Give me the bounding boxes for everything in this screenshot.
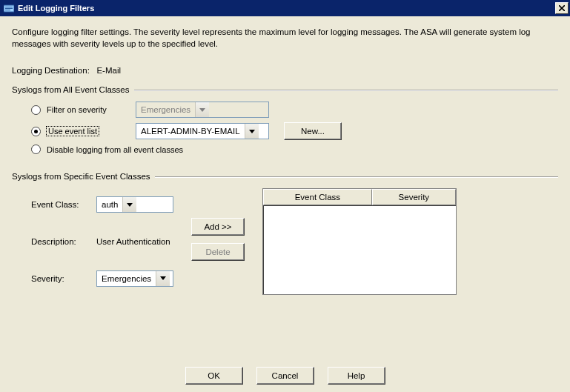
specific-area: Event Class: auth Description: User Auth… — [31, 188, 558, 295]
new-event-list-button[interactable]: New... — [284, 122, 342, 140]
destination-value: E-Mail — [96, 66, 121, 75]
ok-button[interactable]: OK — [185, 367, 243, 385]
destination-label: Logging Destination: — [12, 66, 90, 75]
dropdown-event-class-value: auth — [97, 197, 122, 212]
chevron-down-icon — [156, 271, 170, 286]
help-button[interactable]: Help — [328, 367, 385, 385]
label-use-event-list[interactable]: Use event list — [47, 127, 136, 136]
group-separator — [155, 176, 558, 178]
chevron-down-icon — [245, 124, 259, 139]
row-filter-on-severity: Filter on severity Emergencies — [31, 102, 558, 118]
value-description: User Authentication — [96, 237, 173, 246]
dialog-body: Configure logging filter settings. The s… — [0, 16, 570, 392]
cancel-button[interactable]: Cancel — [256, 367, 314, 385]
event-class-table: Event Class Severity — [262, 188, 457, 295]
dropdown-event-class[interactable]: auth — [96, 196, 173, 213]
column-event-class[interactable]: Event Class — [263, 189, 372, 205]
dropdown-specific-severity-value: Emergencies — [97, 271, 156, 286]
dropdown-event-list[interactable]: ALERT-ADMIN-BY-EMAIL — [136, 123, 269, 139]
group-all-event-classes: Syslogs from All Event Classes Filter on… — [12, 85, 558, 159]
group-separator — [134, 90, 558, 91]
app-icon — [3, 2, 15, 14]
footer-buttons: OK Cancel Help — [12, 353, 558, 385]
close-button[interactable] — [555, 2, 569, 14]
dropdown-event-list-value: ALERT-ADMIN-BY-EMAIL — [136, 124, 245, 139]
dropdown-severity[interactable]: Emergencies — [136, 102, 269, 118]
dropdown-severity-value: Emergencies — [136, 102, 195, 117]
radio-filter-on-severity[interactable] — [31, 105, 41, 115]
label-disable-logging[interactable]: Disable logging from all event classes — [47, 145, 183, 154]
row-use-event-list: Use event list ALERT-ADMIN-BY-EMAIL New.… — [31, 122, 558, 140]
row-disable-logging: Disable logging from all event classes — [31, 144, 558, 154]
radio-use-event-list[interactable] — [31, 127, 41, 136]
specific-left-panel: Event Class: auth Description: User Auth… — [31, 188, 173, 295]
chevron-down-icon — [122, 197, 136, 212]
label-filter-on-severity[interactable]: Filter on severity — [47, 105, 136, 114]
svg-rect-1 — [5, 7, 13, 7]
radio-disable-logging[interactable] — [31, 144, 41, 154]
table-header: Event Class Severity — [262, 188, 457, 205]
group-specific-event-classes: Syslogs from Specific Event Classes Even… — [12, 172, 558, 295]
group-heading-all-label: Syslogs from All Event Classes — [12, 85, 130, 94]
group-heading-all: Syslogs from All Event Classes — [12, 85, 558, 94]
titlebar: Edit Logging Filters — [0, 0, 570, 16]
chevron-down-icon — [195, 102, 209, 117]
group-heading-specific-label: Syslogs from Specific Event Classes — [12, 172, 150, 181]
dropdown-specific-severity[interactable]: Emergencies — [96, 270, 173, 287]
svg-rect-2 — [5, 8, 13, 9]
label-severity: Severity: — [31, 274, 96, 283]
label-event-class: Event Class: — [31, 200, 96, 209]
label-description: Description: — [31, 237, 96, 246]
column-severity[interactable]: Severity — [372, 189, 456, 205]
delete-button[interactable]: Delete — [191, 243, 245, 261]
group-heading-specific: Syslogs from Specific Event Classes — [12, 172, 558, 181]
window-title: Edit Logging Filters — [18, 4, 555, 13]
description-text: Configure logging filter settings. The s… — [12, 27, 558, 50]
svg-rect-3 — [5, 10, 10, 10]
add-button[interactable]: Add >> — [191, 218, 245, 236]
destination-line: Logging Destination: E-Mail — [12, 66, 558, 75]
table-body[interactable] — [262, 205, 457, 295]
specific-mid-buttons: Add >> Delete — [191, 188, 245, 295]
